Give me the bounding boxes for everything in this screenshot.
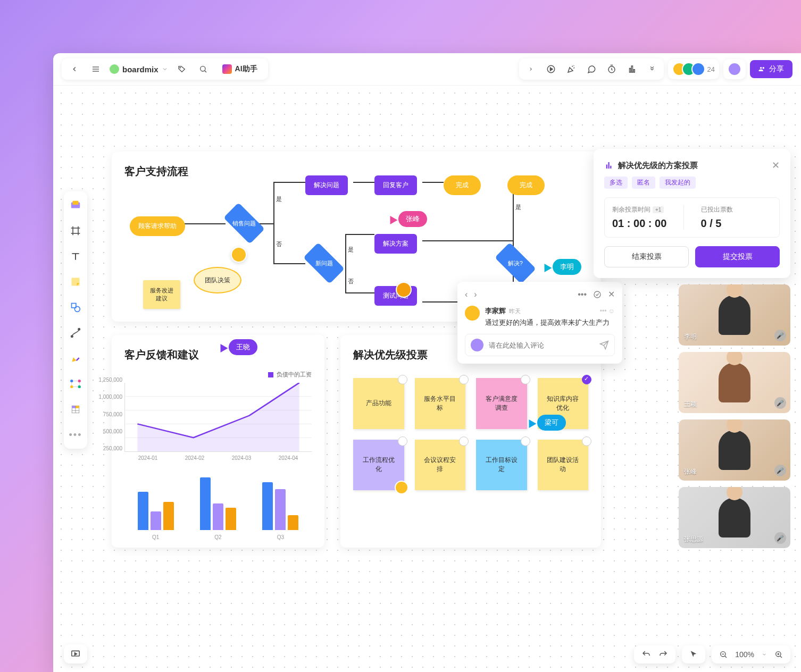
avatar	[691, 62, 705, 76]
share-button[interactable]: 分享	[750, 60, 792, 78]
flow-node-process[interactable]: 解决问题	[305, 175, 348, 195]
mindmap-tool[interactable]	[68, 376, 83, 391]
text-tool[interactable]	[68, 249, 83, 264]
ai-assistant-button[interactable]: AI助手	[217, 62, 263, 76]
sticky-checkbox[interactable]	[521, 436, 530, 446]
shape-tool[interactable]	[68, 300, 83, 315]
comment-send[interactable]	[599, 340, 609, 350]
present-button[interactable]	[64, 644, 87, 663]
flow-node-end[interactable]: 完成	[507, 175, 545, 195]
video-tile[interactable]: 张思源🎤	[679, 487, 790, 548]
zoom-out-button[interactable]	[719, 650, 728, 659]
mic-icon[interactable]: 🎤	[774, 532, 786, 544]
comment-next[interactable]: ›	[474, 290, 477, 299]
tag-button[interactable]	[174, 62, 189, 77]
svg-rect-10	[631, 66, 632, 72]
sticky-checkbox[interactable]	[582, 375, 591, 384]
comment-more[interactable]: •••	[578, 290, 587, 299]
vote-panel-close[interactable]: ✕	[772, 159, 780, 171]
expand-button[interactable]	[523, 62, 538, 77]
sticky-checkbox[interactable]	[459, 436, 469, 446]
chat-button[interactable]	[584, 62, 599, 77]
svg-rect-11	[633, 70, 635, 72]
sticky-note[interactable]: 服务改进建议	[143, 280, 180, 309]
pointer-tool[interactable]	[689, 650, 698, 659]
edge-label: 否	[348, 278, 354, 285]
sticky-checkbox[interactable]	[459, 375, 469, 384]
comment-close[interactable]: ✕	[608, 289, 615, 299]
comment-item-more[interactable]: ••• ☺	[600, 307, 615, 315]
undo-button[interactable]	[641, 650, 651, 659]
sticky-checkbox[interactable]	[521, 375, 530, 384]
zoom-in-button[interactable]	[774, 650, 783, 659]
mic-icon[interactable]: 🎤	[774, 397, 786, 409]
vote-sticky[interactable]: 客户满意度调查	[476, 378, 527, 429]
mic-icon[interactable]: 🎤	[774, 465, 786, 476]
chart-legend: 负债中的工资	[124, 371, 312, 379]
user-count: 24	[707, 65, 715, 73]
sticky-circle[interactable]: 团队决策	[194, 267, 241, 293]
brand[interactable]: boardmix	[110, 64, 168, 74]
pen-tool[interactable]	[68, 351, 83, 366]
canvas[interactable]: ••• 客户支持流程	[53, 85, 801, 672]
comment-popover: ‹ › ••• ✕ 李家辉昨天 ••• ☺ 通过更好的沟通，提高效率来扩大生产力	[457, 282, 622, 364]
count-label: 已投出票数	[701, 205, 772, 214]
search-button[interactable]	[196, 62, 211, 77]
video-tile[interactable]: 李明🎤	[679, 284, 790, 346]
flow-node-decision[interactable]: 销售问题	[223, 203, 265, 244]
svg-point-26	[78, 385, 81, 388]
comment-time: 昨天	[509, 308, 521, 314]
zoom-level[interactable]: 100%	[735, 650, 754, 659]
flow-node-start[interactable]: 顾客请求帮助	[130, 216, 185, 236]
sticky-tool[interactable]	[68, 274, 83, 289]
user-avatars[interactable]: 24	[672, 62, 715, 76]
more-button[interactable]	[645, 62, 660, 77]
submit-vote-button[interactable]: 提交投票	[695, 246, 780, 267]
flow-node-process[interactable]: 解决方案	[374, 234, 417, 254]
end-vote-button[interactable]: 结束投票	[604, 246, 689, 267]
comment-prev[interactable]: ‹	[465, 290, 468, 299]
timer-button[interactable]	[604, 62, 619, 77]
time-label: 剩余投票时间	[612, 205, 650, 214]
redo-button[interactable]	[658, 650, 668, 659]
svg-rect-13	[73, 201, 79, 205]
video-tile[interactable]: 王颖🎤	[679, 352, 790, 413]
vote-sticky[interactable]: 会议议程安排	[415, 440, 466, 491]
current-user-avatar[interactable]	[728, 62, 741, 76]
celebrate-button[interactable]	[564, 62, 579, 77]
chevron-down-icon	[762, 652, 767, 657]
frame-tool[interactable]	[68, 223, 83, 238]
svg-rect-18	[72, 278, 80, 286]
flow-node-decision[interactable]: 新问题	[303, 242, 345, 284]
connector-tool[interactable]	[68, 325, 83, 340]
play-button[interactable]	[544, 62, 558, 77]
sticky-checkbox[interactable]	[398, 436, 407, 446]
video-tile[interactable]: 张峰🎤	[679, 419, 790, 481]
more-tools[interactable]: •••	[68, 427, 83, 442]
menu-button[interactable]	[88, 62, 103, 77]
flow-node-decision[interactable]: 解决?	[495, 242, 536, 284]
mic-icon[interactable]: 🎤	[774, 330, 786, 341]
sticky-checkbox[interactable]	[582, 436, 591, 446]
vote-sticky[interactable]: 工作流程优化	[353, 440, 404, 491]
comment-input[interactable]	[489, 341, 594, 349]
svg-point-23	[70, 380, 73, 382]
flow-node-end[interactable]: 完成	[444, 175, 481, 195]
back-button[interactable]	[67, 62, 82, 77]
sticky-checkbox[interactable]	[398, 375, 407, 384]
vote-sticky[interactable]: 工作目标设定	[476, 440, 527, 491]
poll-button[interactable]	[624, 62, 639, 77]
comment-message: 通过更好的沟通，提高效率来扩大生产力	[485, 318, 615, 327]
edge-label: 是	[348, 246, 354, 254]
flow-node-process[interactable]: 回复客户	[374, 175, 417, 195]
comment-resolve[interactable]	[593, 290, 602, 299]
user-avatar-on-node	[396, 282, 412, 298]
vote-stickies-card: 解决优先级投票 产品功能服务水平目标客户满意度调查知识库内容优化工作流程优化会议…	[340, 335, 601, 548]
vote-sticky[interactable]: 产品功能	[353, 378, 404, 429]
vote-tag: 我发起的	[660, 177, 696, 189]
ai-label: AI助手	[235, 64, 257, 74]
sticker-tool[interactable]	[68, 198, 83, 213]
vote-sticky[interactable]: 服务水平目标	[415, 378, 466, 429]
vote-sticky[interactable]: 团队建设活动	[538, 440, 589, 491]
table-tool[interactable]	[68, 402, 83, 417]
